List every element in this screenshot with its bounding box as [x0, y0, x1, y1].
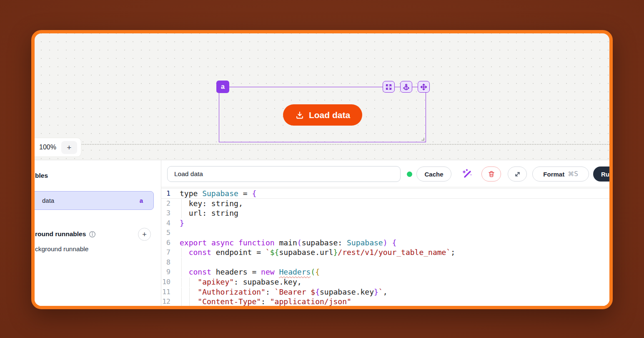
download-icon	[295, 111, 304, 120]
info-icon[interactable]	[89, 231, 96, 238]
run-button[interactable]: Run	[593, 166, 613, 182]
app-canvas[interactable]: 100% + a	[35, 33, 609, 160]
cache-button[interactable]: Cache	[416, 166, 451, 182]
background-runnable-item[interactable]: ckground runnable	[35, 245, 88, 253]
component-id-badge: a	[216, 81, 229, 93]
runnable-item-badge: a	[140, 197, 153, 204]
zoom-level: 100%	[39, 144, 56, 151]
magic-wand-icon[interactable]	[461, 168, 474, 180]
load-data-button-label: Load data	[309, 110, 350, 120]
zoom-in-button[interactable]: +	[61, 141, 77, 154]
runnable-item-selected[interactable]: data a	[31, 191, 154, 210]
selected-button-component[interactable]: a	[219, 87, 426, 142]
runnable-name-input[interactable]	[167, 166, 401, 182]
runnables-heading: bles	[35, 172, 48, 179]
canvas-boundary-line	[35, 144, 609, 145]
resize-handle-icon[interactable]	[420, 136, 424, 141]
background-runnables-heading: round runnables	[35, 230, 86, 238]
format-button[interactable]: Format ⌘S	[532, 166, 589, 182]
app-window: 100% + a	[31, 30, 613, 309]
component-toolbar	[383, 81, 430, 93]
trash-icon	[488, 170, 495, 178]
background-runnables-header: round runnables	[35, 230, 96, 238]
format-label: Format	[543, 171, 564, 178]
zoom-control: 100% +	[31, 138, 81, 157]
add-background-runnable-button[interactable]: +	[138, 228, 151, 241]
expand-editor-button[interactable]	[508, 166, 527, 182]
expand-diagonal-icon	[514, 171, 521, 178]
move-icon[interactable]	[418, 81, 430, 93]
runnable-item-label: data	[31, 197, 54, 204]
format-shortcut: ⌘S	[568, 170, 578, 178]
editor-header: Cache	[161, 160, 609, 187]
expand-icon[interactable]	[383, 81, 395, 93]
bottom-panels: bles data a round runnables + ckground r…	[35, 160, 609, 306]
status-dot	[407, 172, 412, 177]
delete-button[interactable]	[481, 166, 501, 182]
code-editor-panel: Cache	[161, 160, 609, 306]
load-data-button[interactable]: Load data	[283, 104, 362, 126]
runnables-panel: bles data a round runnables + ckground r…	[35, 160, 161, 306]
code-area[interactable]: 12345678910111213 type Supabase = { key:…	[161, 187, 609, 306]
anchor-icon[interactable]	[400, 81, 412, 93]
